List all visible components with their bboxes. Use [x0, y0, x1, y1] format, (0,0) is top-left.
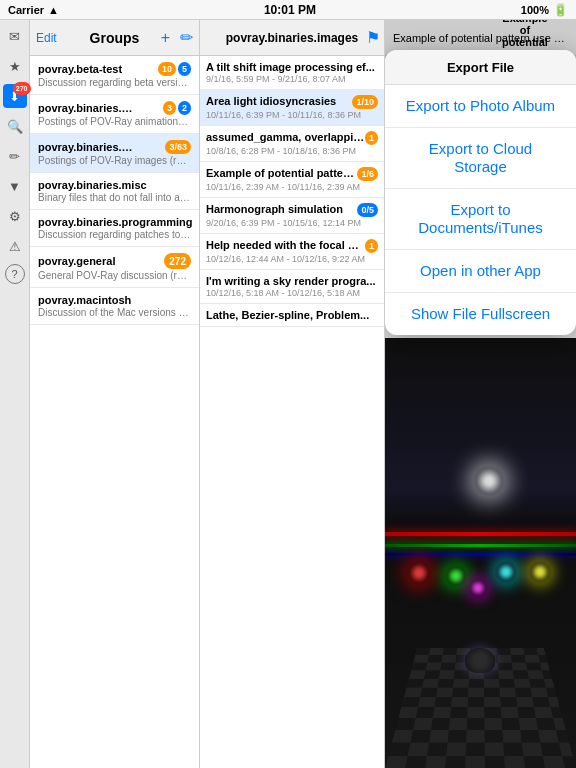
msg-date-tiltshift: 9/1/16, 5:59 PM - 9/21/16, 8:07 AM: [206, 74, 378, 84]
msg-date-focal: 10/12/16, 12:44 AM - 10/12/16, 9:22 AM: [206, 254, 378, 264]
group-name-animations: povray.binaries.animations: [38, 102, 138, 114]
carrier-text: Carrier: [8, 4, 44, 16]
group-desc-programming: Discussion regarding patches to POV-Ray …: [38, 229, 191, 240]
group-item-images[interactable]: povray.binaries.images 3/63 Postings of …: [30, 134, 199, 173]
group-name-general: povray.general: [38, 255, 115, 267]
sidebar-icon-settings[interactable]: ⚙: [3, 204, 27, 228]
badge-harmono: 0/5: [357, 203, 378, 217]
sidebar-icon-inbox[interactable]: 270 ⬇: [3, 84, 27, 108]
group-name-misc: povray.binaries.misc: [38, 179, 147, 191]
group-name-images: povray.binaries.images: [38, 141, 133, 153]
msg-item-gamma[interactable]: assumed_gamma, overlapping... 1 10/8/16,…: [200, 126, 384, 162]
battery-icon: 🔋: [553, 3, 568, 17]
badge-orange-beta: 10: [158, 62, 176, 76]
group-name-beta: povray.beta-test: [38, 63, 122, 75]
badge-orange-general: 272: [164, 253, 191, 269]
status-right: 100% 🔋: [521, 3, 568, 17]
msg-item-arealight[interactable]: Area light idiosyncrasies 1/10 10/11/16,…: [200, 90, 384, 126]
popover-item-photo[interactable]: Export to Photo Album: [385, 85, 576, 128]
badge-gamma: 1: [365, 131, 378, 145]
popover-item-docs[interactable]: Export to Documents/iTunes: [385, 189, 576, 250]
msg-title-lathe: Lathe, Bezier-spline, Problem...: [206, 309, 369, 321]
badge-arealight: 1/10: [352, 95, 378, 109]
groups-panel: Edit Groups + ✏ povray.beta-test 10 5 Di…: [30, 20, 200, 768]
msg-item-pattern[interactable]: Example of potential pattern us... 1/6 1…: [200, 162, 384, 198]
group-desc-images: Postings of POV-Ray images (read, write): [38, 155, 191, 166]
groups-pencil-button[interactable]: ✏: [178, 28, 195, 47]
msg-title-gamma: assumed_gamma, overlapping...: [206, 131, 365, 143]
groups-panel-header: Edit Groups + ✏: [30, 20, 199, 56]
msg-item-sky[interactable]: I'm writing a sky render progra... 10/12…: [200, 270, 384, 304]
popover-overlay: Export File Export to Photo Album Export…: [385, 20, 576, 768]
sidebar-icon-mail[interactable]: ✉: [3, 24, 27, 48]
badge-pattern: 1/6: [357, 167, 378, 181]
status-bar: Carrier ▲ 10:01 PM 100% 🔋: [0, 0, 576, 20]
group-item-misc[interactable]: povray.binaries.misc Binary files that d…: [30, 173, 199, 210]
main-container: ✉ ★ 270 ⬇ 🔍 ✏ ▼ ⚙ ⚠ ? Edit Groups + ✏ po…: [0, 20, 576, 768]
group-desc-beta: Discussion regarding beta versions of PO…: [38, 77, 191, 88]
sidebar-icon-help[interactable]: ?: [5, 264, 25, 284]
badge-blue-anim: 2: [178, 101, 191, 115]
popover-title: Export File: [447, 60, 514, 75]
messages-header: povray.binaries.images ⚑: [200, 20, 384, 56]
badge-blue-beta: 5: [178, 62, 191, 76]
badge-orange-images: 3/63: [165, 140, 191, 154]
group-desc-animations: Postings of POV-Ray animations (read, wr…: [38, 116, 191, 127]
sidebar-icon-pencil[interactable]: ✏: [3, 144, 27, 168]
sidebar-icon-star[interactable]: ★: [3, 54, 27, 78]
msg-title-arealight: Area light idiosyncrasies: [206, 95, 336, 107]
group-name-mac: povray.macintosh: [38, 294, 131, 306]
msg-date-gamma: 10/8/16, 6:28 PM - 10/18/16, 8:36 PM: [206, 146, 378, 156]
msg-date-arealight: 10/11/16, 6:39 PM - 10/11/16, 8:36 PM: [206, 110, 378, 120]
sidebar-badge-inbox: 270: [13, 82, 31, 95]
status-time: 10:01 PM: [264, 3, 316, 17]
detail-panel: Example of potential pattern use with...…: [385, 20, 576, 768]
msg-title-pattern: Example of potential pattern us...: [206, 167, 357, 179]
battery-text: 100%: [521, 4, 549, 16]
messages-flag-icon[interactable]: ⚑: [366, 28, 380, 47]
popover-item-other-label: Open in other App: [420, 262, 541, 279]
sidebar-icon-filter[interactable]: ▼: [3, 174, 27, 198]
popover-item-fullscreen[interactable]: Show File Fullscreen: [385, 293, 576, 335]
groups-edit-button[interactable]: Edit: [34, 31, 59, 45]
msg-title-tiltshift: A tilt shift image processing ef...: [206, 61, 375, 73]
popover-header: Export File: [385, 50, 576, 85]
status-left: Carrier ▲: [8, 4, 59, 16]
popover-item-other-app[interactable]: Open in other App: [385, 250, 576, 293]
msg-date-pattern: 10/11/16, 2:39 AM - 10/11/16, 2:39 AM: [206, 182, 378, 192]
popover-item-docs-label: Export to Documents/iTunes: [418, 201, 543, 236]
groups-header-icons: + ✏: [159, 28, 195, 47]
group-desc-mac: Discussion of the Mac versions of POV-Ra…: [38, 307, 191, 318]
group-item-beta-test[interactable]: povray.beta-test 10 5 Discussion regardi…: [30, 56, 199, 95]
msg-item-harmono[interactable]: Harmonograph simulation 0/5 9/20/16, 6:3…: [200, 198, 384, 234]
group-desc-general: General POV-Ray discussion (read, write): [38, 270, 191, 281]
group-item-general[interactable]: povray.general 272 General POV-Ray discu…: [30, 247, 199, 288]
messages-header-title: povray.binaries.images: [206, 31, 378, 45]
wifi-icon: ▲: [48, 4, 59, 16]
msg-title-focal: Help needed with the focal blu...: [206, 239, 365, 251]
msg-date-harmono: 9/20/16, 6:39 PM - 10/15/16, 12:14 PM: [206, 218, 378, 228]
msg-item-focal[interactable]: Help needed with the focal blu... 1 10/1…: [200, 234, 384, 270]
groups-panel-title: Groups: [90, 30, 140, 46]
sidebar-icon-search[interactable]: 🔍: [3, 114, 27, 138]
msg-title-harmono: Harmonograph simulation: [206, 203, 343, 215]
msg-date-sky: 10/12/16, 5:18 AM - 10/12/16, 5:18 AM: [206, 288, 378, 298]
popover-item-photo-label: Export to Photo Album: [406, 97, 555, 114]
group-desc-misc: Binary files that do not fall into any o…: [38, 192, 191, 203]
msg-item-lathe[interactable]: Lathe, Bezier-spline, Problem...: [200, 304, 384, 327]
groups-add-button[interactable]: +: [159, 28, 172, 47]
group-item-programming[interactable]: povray.binaries.programming Discussion r…: [30, 210, 199, 247]
msg-item-tiltshift[interactable]: A tilt shift image processing ef... 9/1/…: [200, 56, 384, 90]
popover-item-cloud-label: Export to Cloud Storage: [429, 140, 532, 175]
badge-orange-anim: 3: [163, 101, 176, 115]
msg-title-sky: I'm writing a sky render progra...: [206, 275, 376, 287]
badge-focal: 1: [365, 239, 378, 253]
messages-panel: povray.binaries.images ⚑ A tilt shift im…: [200, 20, 385, 768]
export-popover: Export File Export to Photo Album Export…: [385, 50, 576, 335]
group-name-programming: povray.binaries.programming: [38, 216, 192, 228]
group-item-mac[interactable]: povray.macintosh Discussion of the Mac v…: [30, 288, 199, 325]
popover-item-cloud[interactable]: Export to Cloud Storage: [385, 128, 576, 189]
sidebar-icon-alert[interactable]: ⚠: [3, 234, 27, 258]
group-item-animations[interactable]: povray.binaries.animations 3 2 Postings …: [30, 95, 199, 134]
popover-item-fullscreen-label: Show File Fullscreen: [411, 305, 550, 322]
